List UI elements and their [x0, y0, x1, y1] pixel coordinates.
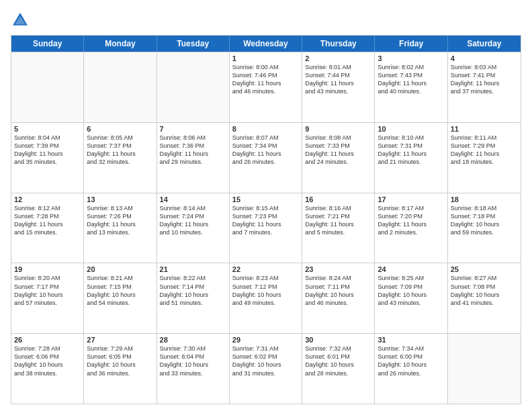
day-info: Sunrise: 8:23 AM Sunset: 7:12 PM Dayligh…: [232, 274, 299, 307]
day-number: 21: [160, 265, 226, 273]
day-info: Sunrise: 8:16 AM Sunset: 7:21 PM Dayligh…: [305, 204, 371, 237]
day-info: Sunrise: 8:22 AM Sunset: 7:14 PM Dayligh…: [160, 274, 226, 307]
calendar-header-thursday: Thursday: [302, 36, 375, 52]
day-number: 28: [160, 336, 226, 344]
day-number: 20: [87, 265, 153, 273]
logo-icon: [11, 11, 30, 30]
calendar-cell: 29Sunrise: 7:31 AM Sunset: 6:02 PM Dayli…: [230, 334, 302, 404]
day-info: Sunrise: 8:12 AM Sunset: 7:28 PM Dayligh…: [14, 204, 81, 237]
calendar-cell: 24Sunrise: 8:25 AM Sunset: 7:09 PM Dayli…: [375, 263, 447, 333]
day-number: 15: [232, 195, 299, 203]
calendar-cell: 8Sunrise: 8:07 AM Sunset: 7:34 PM Daylig…: [230, 123, 302, 193]
calendar-cell: 20Sunrise: 8:21 AM Sunset: 7:15 PM Dayli…: [84, 263, 157, 333]
calendar-cell: 15Sunrise: 8:15 AM Sunset: 7:23 PM Dayli…: [230, 193, 302, 263]
day-number: 1: [232, 54, 299, 62]
day-info: Sunrise: 8:24 AM Sunset: 7:11 PM Dayligh…: [305, 274, 371, 307]
calendar-cell: 7Sunrise: 8:06 AM Sunset: 7:36 PM Daylig…: [157, 123, 230, 193]
calendar-cell: 19Sunrise: 8:20 AM Sunset: 7:17 PM Dayli…: [11, 263, 84, 333]
calendar-cell: 11Sunrise: 8:11 AM Sunset: 7:29 PM Dayli…: [448, 123, 521, 193]
header: [11, 11, 521, 30]
day-number: 18: [451, 195, 518, 203]
calendar-row-3: 19Sunrise: 8:20 AM Sunset: 7:17 PM Dayli…: [11, 263, 521, 333]
day-info: Sunrise: 8:25 AM Sunset: 7:09 PM Dayligh…: [378, 274, 444, 307]
day-info: Sunrise: 8:14 AM Sunset: 7:24 PM Dayligh…: [160, 204, 226, 237]
calendar-cell: 1Sunrise: 8:00 AM Sunset: 7:46 PM Daylig…: [230, 52, 302, 122]
day-number: 12: [14, 195, 81, 203]
day-info: Sunrise: 8:04 AM Sunset: 7:39 PM Dayligh…: [14, 134, 81, 167]
calendar: SundayMondayTuesdayWednesdayThursdayFrid…: [11, 35, 521, 404]
calendar-cell: [448, 334, 521, 404]
calendar-cell: 16Sunrise: 8:16 AM Sunset: 7:21 PM Dayli…: [302, 193, 375, 263]
day-info: Sunrise: 8:02 AM Sunset: 7:43 PM Dayligh…: [378, 63, 444, 96]
day-number: 25: [451, 265, 518, 273]
calendar-header-monday: Monday: [84, 36, 157, 52]
calendar-cell: 9Sunrise: 8:08 AM Sunset: 7:33 PM Daylig…: [302, 123, 375, 193]
day-info: Sunrise: 8:03 AM Sunset: 7:41 PM Dayligh…: [451, 63, 518, 96]
calendar-row-2: 12Sunrise: 8:12 AM Sunset: 7:28 PM Dayli…: [11, 193, 521, 263]
calendar-cell: [11, 52, 84, 122]
day-number: 19: [14, 265, 81, 273]
day-number: 11: [451, 125, 518, 133]
day-number: 26: [14, 336, 81, 344]
day-info: Sunrise: 8:06 AM Sunset: 7:36 PM Dayligh…: [160, 134, 226, 167]
calendar-header-sunday: Sunday: [11, 36, 84, 52]
calendar-cell: 5Sunrise: 8:04 AM Sunset: 7:39 PM Daylig…: [11, 123, 84, 193]
day-number: 8: [232, 125, 299, 133]
day-info: Sunrise: 7:28 AM Sunset: 6:06 PM Dayligh…: [14, 345, 81, 377]
day-number: 27: [87, 336, 153, 344]
calendar-header-friday: Friday: [375, 36, 447, 52]
calendar-header-row: SundayMondayTuesdayWednesdayThursdayFrid…: [11, 36, 521, 52]
day-number: 23: [305, 265, 371, 273]
calendar-cell: 23Sunrise: 8:24 AM Sunset: 7:11 PM Dayli…: [302, 263, 375, 333]
day-info: Sunrise: 8:05 AM Sunset: 7:37 PM Dayligh…: [87, 134, 153, 167]
calendar-body: 1Sunrise: 8:00 AM Sunset: 7:46 PM Daylig…: [11, 52, 521, 404]
page: SundayMondayTuesdayWednesdayThursdayFrid…: [0, 0, 532, 411]
day-number: 6: [87, 125, 153, 133]
day-info: Sunrise: 8:13 AM Sunset: 7:26 PM Dayligh…: [87, 204, 153, 237]
day-info: Sunrise: 7:30 AM Sunset: 6:04 PM Dayligh…: [160, 345, 226, 377]
day-number: 14: [160, 195, 226, 203]
day-info: Sunrise: 8:07 AM Sunset: 7:34 PM Dayligh…: [232, 134, 299, 167]
calendar-row-1: 5Sunrise: 8:04 AM Sunset: 7:39 PM Daylig…: [11, 122, 521, 193]
calendar-row-0: 1Sunrise: 8:00 AM Sunset: 7:46 PM Daylig…: [11, 52, 521, 122]
day-info: Sunrise: 8:11 AM Sunset: 7:29 PM Dayligh…: [451, 134, 518, 167]
day-number: 4: [451, 54, 518, 62]
day-info: Sunrise: 8:10 AM Sunset: 7:31 PM Dayligh…: [378, 134, 444, 167]
day-number: 30: [305, 336, 371, 344]
day-info: Sunrise: 8:08 AM Sunset: 7:33 PM Dayligh…: [305, 134, 371, 167]
calendar-cell: 25Sunrise: 8:27 AM Sunset: 7:08 PM Dayli…: [448, 263, 521, 333]
day-number: 16: [305, 195, 371, 203]
day-info: Sunrise: 8:17 AM Sunset: 7:20 PM Dayligh…: [378, 204, 444, 237]
day-number: 31: [378, 336, 444, 344]
calendar-cell: 30Sunrise: 7:32 AM Sunset: 6:01 PM Dayli…: [302, 334, 375, 404]
logo: [11, 11, 32, 30]
day-number: 5: [14, 125, 81, 133]
calendar-cell: 10Sunrise: 8:10 AM Sunset: 7:31 PM Dayli…: [375, 123, 447, 193]
day-number: 29: [232, 336, 299, 344]
day-info: Sunrise: 8:21 AM Sunset: 7:15 PM Dayligh…: [87, 274, 153, 307]
day-number: 2: [305, 54, 371, 62]
calendar-header-wednesday: Wednesday: [230, 36, 302, 52]
calendar-cell: 26Sunrise: 7:28 AM Sunset: 6:06 PM Dayli…: [11, 334, 84, 404]
calendar-cell: 22Sunrise: 8:23 AM Sunset: 7:12 PM Dayli…: [230, 263, 302, 333]
day-info: Sunrise: 8:18 AM Sunset: 7:18 PM Dayligh…: [451, 204, 518, 237]
calendar-cell: 28Sunrise: 7:30 AM Sunset: 6:04 PM Dayli…: [157, 334, 230, 404]
calendar-row-4: 26Sunrise: 7:28 AM Sunset: 6:06 PM Dayli…: [11, 333, 521, 404]
calendar-cell: 18Sunrise: 8:18 AM Sunset: 7:18 PM Dayli…: [448, 193, 521, 263]
calendar-cell: 2Sunrise: 8:01 AM Sunset: 7:44 PM Daylig…: [302, 52, 375, 122]
day-info: Sunrise: 8:00 AM Sunset: 7:46 PM Dayligh…: [232, 63, 299, 96]
calendar-cell: 27Sunrise: 7:29 AM Sunset: 6:05 PM Dayli…: [84, 334, 157, 404]
calendar-cell: 3Sunrise: 8:02 AM Sunset: 7:43 PM Daylig…: [375, 52, 447, 122]
day-info: Sunrise: 7:34 AM Sunset: 6:00 PM Dayligh…: [378, 345, 444, 377]
calendar-cell: 4Sunrise: 8:03 AM Sunset: 7:41 PM Daylig…: [448, 52, 521, 122]
day-number: 3: [378, 54, 444, 62]
day-info: Sunrise: 7:31 AM Sunset: 6:02 PM Dayligh…: [232, 345, 299, 377]
calendar-cell: 21Sunrise: 8:22 AM Sunset: 7:14 PM Dayli…: [157, 263, 230, 333]
calendar-header-tuesday: Tuesday: [157, 36, 230, 52]
calendar-cell: 13Sunrise: 8:13 AM Sunset: 7:26 PM Dayli…: [84, 193, 157, 263]
day-info: Sunrise: 8:15 AM Sunset: 7:23 PM Dayligh…: [232, 204, 299, 237]
day-info: Sunrise: 7:29 AM Sunset: 6:05 PM Dayligh…: [87, 345, 153, 377]
day-number: 24: [378, 265, 444, 273]
calendar-cell: [157, 52, 230, 122]
calendar-cell: [84, 52, 157, 122]
